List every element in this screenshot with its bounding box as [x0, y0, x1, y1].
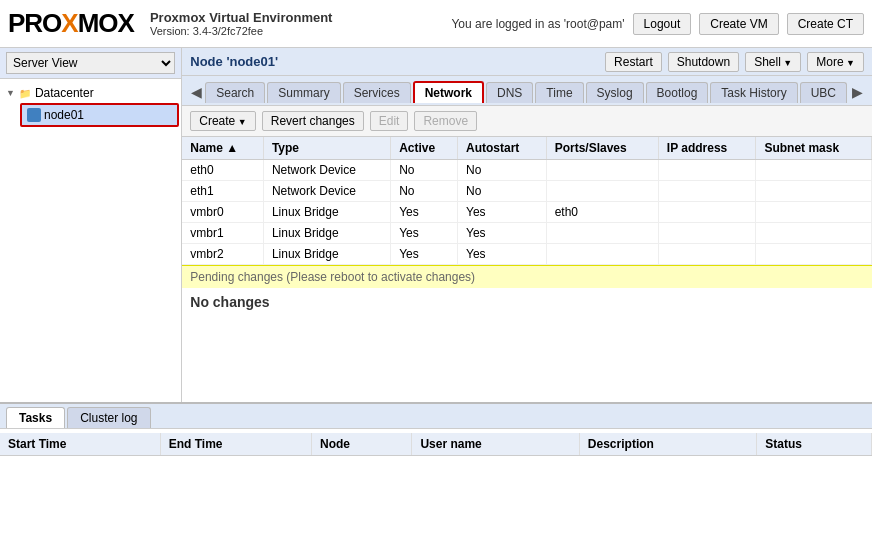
task-col-end[interactable]: End Time: [160, 433, 311, 456]
create-ct-button[interactable]: Create CT: [787, 13, 864, 35]
col-autostart[interactable]: Autostart: [458, 137, 547, 160]
cell-subnet: [756, 244, 872, 265]
cell-ports: [546, 244, 658, 265]
node-tree-item[interactable]: node01: [20, 103, 179, 127]
cell-ip: [658, 223, 756, 244]
col-subnet[interactable]: Subnet mask: [756, 137, 872, 160]
cell-ports: [546, 223, 658, 244]
shutdown-button[interactable]: Shutdown: [668, 52, 739, 72]
tab-bootlog[interactable]: Bootlog: [646, 82, 709, 103]
edit-button[interactable]: Edit: [370, 111, 409, 131]
cell-active: No: [391, 160, 458, 181]
task-col-user[interactable]: User name: [412, 433, 579, 456]
col-ports[interactable]: Ports/Slaves: [546, 137, 658, 160]
create-button[interactable]: Create: [190, 111, 255, 131]
revert-button[interactable]: Revert changes: [262, 111, 364, 131]
cell-name: eth0: [182, 160, 263, 181]
cell-autostart: Yes: [458, 223, 547, 244]
cell-ports: [546, 181, 658, 202]
cell-autostart: Yes: [458, 202, 547, 223]
cell-name: eth1: [182, 181, 263, 202]
tab-time[interactable]: Time: [535, 82, 583, 103]
tab-network[interactable]: Network: [413, 81, 484, 103]
datacenter-tree-item[interactable]: ▼ 📁 Datacenter: [2, 83, 179, 103]
version-number: Version: 3.4-3/2fc72fee: [150, 25, 452, 37]
tab-search[interactable]: Search: [205, 82, 265, 103]
cell-subnet: [756, 223, 872, 244]
bottom-tabs: Tasks Cluster log: [0, 404, 872, 429]
task-header-row: Start Time End Time Node User name Descr…: [0, 433, 872, 456]
table-row[interactable]: vmbr0Linux BridgeYesYeseth0: [182, 202, 871, 223]
bottom-tab-cluster-log[interactable]: Cluster log: [67, 407, 150, 428]
tab-ubc[interactable]: UBC: [800, 82, 847, 103]
cell-ip: [658, 181, 756, 202]
cell-active: No: [391, 181, 458, 202]
version-info: Proxmox Virtual Environment Version: 3.4…: [150, 10, 452, 37]
table-row[interactable]: eth1Network DeviceNoNo: [182, 181, 871, 202]
cell-active: Yes: [391, 244, 458, 265]
tab-nav-next[interactable]: ▶: [849, 85, 866, 99]
cell-subnet: [756, 160, 872, 181]
cell-type: Network Device: [263, 181, 390, 202]
node-title: Node 'node01': [190, 54, 278, 69]
cell-ip: [658, 160, 756, 181]
cell-ip: [658, 244, 756, 265]
main-tabs: ◀ Search Summary Services Network DNS Ti…: [182, 76, 872, 106]
cell-autostart: No: [458, 160, 547, 181]
logout-button[interactable]: Logout: [633, 13, 692, 35]
pending-message: Pending changes (Please reboot to activa…: [190, 270, 475, 284]
pending-changes-bar: Pending changes (Please reboot to activa…: [182, 265, 872, 288]
tab-task-history[interactable]: Task History: [710, 82, 797, 103]
task-table: Start Time End Time Node User name Descr…: [0, 433, 872, 456]
col-type[interactable]: Type: [263, 137, 390, 160]
cell-type: Network Device: [263, 160, 390, 181]
tab-services[interactable]: Services: [343, 82, 411, 103]
col-active[interactable]: Active: [391, 137, 458, 160]
cell-name: vmbr2: [182, 244, 263, 265]
cell-active: Yes: [391, 223, 458, 244]
cell-ports: [546, 160, 658, 181]
logged-in-text: You are logged in as 'root@pam': [451, 17, 624, 31]
cell-active: Yes: [391, 202, 458, 223]
network-table-body: eth0Network DeviceNoNoeth1Network Device…: [182, 160, 871, 265]
user-info-bar: You are logged in as 'root@pam' Logout C…: [451, 13, 864, 35]
content-area: Node 'node01' Restart Shutdown Shell Mor…: [182, 48, 872, 402]
node-actions: Restart Shutdown Shell More: [605, 52, 864, 72]
view-select[interactable]: Server View: [6, 52, 175, 74]
network-table-container: Name ▲ Type Active Autostart Ports/Slave…: [182, 137, 872, 402]
restart-button[interactable]: Restart: [605, 52, 662, 72]
tab-summary[interactable]: Summary: [267, 82, 340, 103]
col-name[interactable]: Name ▲: [182, 137, 263, 160]
cell-autostart: No: [458, 181, 547, 202]
node-header-bar: Node 'node01' Restart Shutdown Shell Mor…: [182, 48, 872, 76]
task-col-start[interactable]: Start Time: [0, 433, 160, 456]
table-row[interactable]: vmbr1Linux BridgeYesYes: [182, 223, 871, 244]
table-header-row: Name ▲ Type Active Autostart Ports/Slave…: [182, 137, 871, 160]
table-row[interactable]: eth0Network DeviceNoNo: [182, 160, 871, 181]
cell-subnet: [756, 202, 872, 223]
main-area: Server View ▼ 📁 Datacenter node01 Node '…: [0, 48, 872, 402]
network-toolbar: Create Revert changes Edit Remove: [182, 106, 872, 137]
create-vm-button[interactable]: Create VM: [699, 13, 778, 35]
more-button[interactable]: More: [807, 52, 864, 72]
table-row[interactable]: vmbr2Linux BridgeYesYes: [182, 244, 871, 265]
remove-button[interactable]: Remove: [414, 111, 477, 131]
collapse-icon[interactable]: ▼: [6, 88, 15, 98]
task-col-node[interactable]: Node: [311, 433, 411, 456]
tab-syslog[interactable]: Syslog: [586, 82, 644, 103]
node-icon: [26, 107, 42, 123]
cell-ports: eth0: [546, 202, 658, 223]
shell-button[interactable]: Shell: [745, 52, 801, 72]
tab-dns[interactable]: DNS: [486, 82, 533, 103]
tab-nav-prev[interactable]: ◀: [188, 85, 205, 99]
bottom-tab-tasks[interactable]: Tasks: [6, 407, 65, 428]
cell-subnet: [756, 181, 872, 202]
task-col-status[interactable]: Status: [757, 433, 872, 456]
col-ip[interactable]: IP address: [658, 137, 756, 160]
cell-type: Linux Bridge: [263, 202, 390, 223]
task-col-desc[interactable]: Description: [579, 433, 756, 456]
cell-type: Linux Bridge: [263, 244, 390, 265]
bottom-content: Start Time End Time Node User name Descr…: [0, 429, 872, 542]
cell-name: vmbr0: [182, 202, 263, 223]
cell-autostart: Yes: [458, 244, 547, 265]
